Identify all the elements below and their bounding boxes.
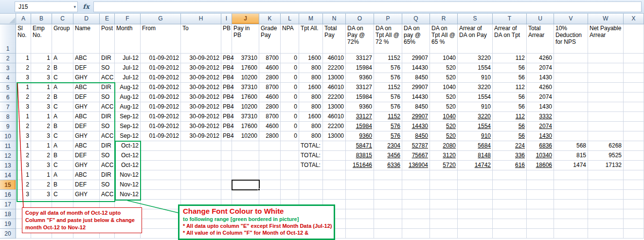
cell-Q6[interactable]: 14430 — [402, 92, 430, 102]
column-header-L[interactable]: L — [281, 14, 299, 24]
cell-J9[interactable]: 17600 — [232, 122, 259, 131]
cell-X17[interactable] — [624, 200, 644, 209]
cell-S9[interactable]: 1554 — [458, 122, 493, 131]
cell-V1[interactable]: 10% Deduction for NPS — [554, 24, 588, 54]
cell-T11[interactable]: 224 — [493, 141, 527, 151]
cell-O10[interactable]: 9360 — [346, 131, 374, 141]
cell-M15[interactable] — [299, 180, 323, 190]
cell-K8[interactable]: 8700 — [259, 112, 281, 122]
cell-O15[interactable] — [346, 180, 374, 190]
cell-F2[interactable]: Jul-12 — [115, 54, 141, 63]
cell-P18[interactable] — [374, 209, 402, 219]
cell-T4[interactable]: 56 — [493, 73, 527, 83]
cell-S18[interactable] — [458, 209, 493, 219]
column-header-J[interactable]: J — [232, 14, 259, 24]
cell-H16[interactable] — [181, 190, 221, 200]
cell-H10[interactable]: 30-09-2012 — [181, 131, 221, 141]
cell-O12[interactable]: 83815 — [346, 151, 374, 161]
cell-W8[interactable] — [588, 112, 624, 122]
cell-V9[interactable] — [554, 122, 588, 131]
cell-I16[interactable] — [221, 190, 232, 200]
cell-M1[interactable]: Tpt All. — [299, 24, 323, 54]
cell-R8[interactable]: 1040 — [430, 112, 458, 122]
cell-W2[interactable] — [588, 54, 624, 63]
cell-L14[interactable] — [281, 170, 299, 180]
cell-H8[interactable]: 30-09-2012 — [181, 112, 221, 122]
cell-D3[interactable]: DEF — [73, 63, 100, 73]
cell-W7[interactable] — [588, 102, 624, 112]
cell-W3[interactable] — [588, 63, 624, 73]
cell-O19[interactable] — [346, 219, 374, 229]
cell-E2[interactable]: DIR — [100, 54, 115, 63]
cell-S4[interactable]: 910 — [458, 73, 493, 83]
cell-W20[interactable] — [588, 229, 624, 239]
cell-B1[interactable]: Emp No. — [31, 24, 52, 54]
column-header-C[interactable]: C — [52, 14, 73, 24]
cell-G4[interactable]: 01-09-2012 — [141, 73, 181, 83]
cell-S2[interactable]: 3220 — [458, 54, 493, 63]
cell-T19[interactable] — [493, 219, 527, 229]
cell-V2[interactable] — [554, 54, 588, 63]
cell-L9[interactable]: 0 — [281, 122, 299, 131]
cell-J5[interactable]: 37310 — [232, 83, 259, 92]
cell-N10[interactable]: 13000 — [323, 131, 346, 141]
cell-F9[interactable]: Sep-12 — [115, 122, 141, 131]
cell-H12[interactable] — [181, 151, 221, 161]
cell-K13[interactable] — [259, 161, 281, 170]
cell-Q20[interactable] — [402, 229, 430, 239]
cell-G13[interactable] — [141, 161, 181, 170]
column-header-P[interactable]: P — [374, 14, 402, 24]
cell-I12[interactable] — [221, 151, 232, 161]
cell-O6[interactable]: 15984 — [346, 92, 374, 102]
cell-G8[interactable]: 01-09-2012 — [141, 112, 181, 122]
row-header-17[interactable]: 17 — [0, 200, 16, 209]
cell-V10[interactable] — [554, 131, 588, 141]
cell-T13[interactable]: 616 — [493, 161, 527, 170]
cell-A4[interactable]: 3 — [16, 73, 31, 83]
cell-H7[interactable]: 30-09-2012 — [181, 102, 221, 112]
cell-P5[interactable]: 1152 — [374, 83, 402, 92]
cell-C2[interactable]: A — [52, 54, 73, 63]
cell-Q17[interactable] — [402, 200, 430, 209]
cell-W14[interactable] — [588, 170, 624, 180]
cell-R1[interactable]: DA on Tpt All @ 65 % — [430, 24, 458, 54]
cell-X19[interactable] — [624, 219, 644, 229]
cell-O11[interactable]: 58471 — [346, 141, 374, 151]
cell-W1[interactable]: Net Payable Arrear — [588, 24, 624, 54]
cell-L12[interactable] — [281, 151, 299, 161]
cell-X6[interactable] — [624, 92, 644, 102]
cell-L10[interactable]: 0 — [281, 131, 299, 141]
row-header-11[interactable]: 11 — [0, 141, 16, 151]
cell-J4[interactable]: 10200 — [232, 73, 259, 83]
cell-A2[interactable]: 1 — [16, 54, 31, 63]
cell-X1[interactable] — [624, 24, 644, 54]
row-header-2[interactable]: 2 — [0, 54, 16, 63]
cell-R3[interactable]: 520 — [430, 63, 458, 73]
cell-L15[interactable] — [281, 180, 299, 190]
cell-V7[interactable] — [554, 102, 588, 112]
cell-P10[interactable]: 576 — [374, 131, 402, 141]
row-header-4[interactable]: 4 — [0, 73, 16, 83]
cell-P1[interactable]: DA on Tpt All @ 72 % — [374, 24, 402, 54]
cell-J13[interactable] — [232, 161, 259, 170]
cell-O17[interactable] — [346, 200, 374, 209]
cell-V16[interactable] — [554, 190, 588, 200]
cell-K12[interactable] — [259, 151, 281, 161]
column-header-G[interactable]: G — [141, 14, 181, 24]
cell-O20[interactable] — [346, 229, 374, 239]
cell-S13[interactable]: 14742 — [458, 161, 493, 170]
cell-X4[interactable] — [624, 73, 644, 83]
cell-V14[interactable] — [554, 170, 588, 180]
row-header-14[interactable]: 14 — [0, 170, 16, 180]
cell-G12[interactable] — [141, 151, 181, 161]
cell-S5[interactable]: 3220 — [458, 83, 493, 92]
cell-W10[interactable] — [588, 131, 624, 141]
column-header-H[interactable]: H — [181, 14, 221, 24]
cell-U4[interactable]: 1430 — [527, 73, 554, 83]
cell-N8[interactable]: 46010 — [323, 112, 346, 122]
cell-H14[interactable] — [181, 170, 221, 180]
cell-I2[interactable]: PB4 — [221, 54, 232, 63]
column-header-D[interactable]: D — [73, 14, 100, 24]
cell-N14[interactable] — [323, 170, 346, 180]
cell-R9[interactable]: 520 — [430, 122, 458, 131]
